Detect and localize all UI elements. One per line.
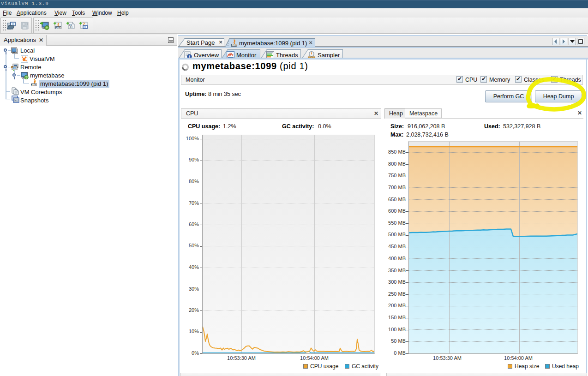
svg-text:JMX: JMX — [56, 26, 61, 29]
svg-text:01: 01 — [70, 26, 73, 29]
svg-text:JMX: JMX — [31, 84, 37, 86]
